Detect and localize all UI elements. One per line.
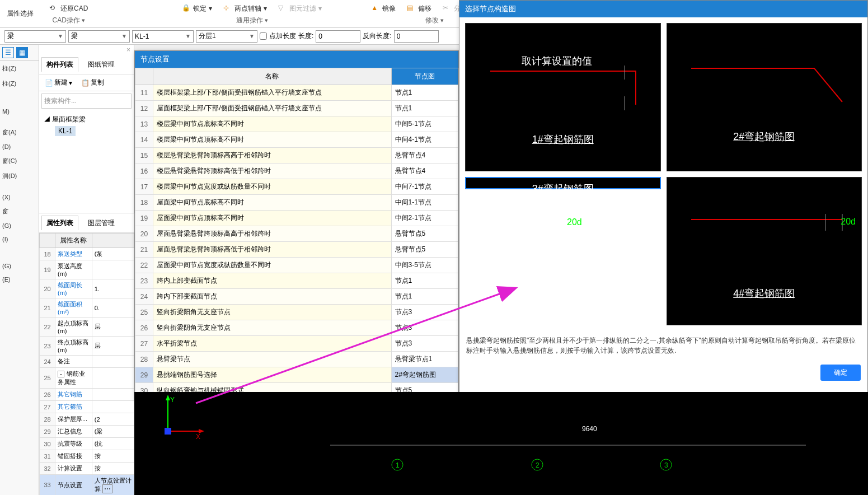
left-catalog-item[interactable]: (E) <box>0 273 39 286</box>
left-catalog: ☰ ▦ 柱(Z)柱(Z)M)窗(A)(D)窗(C)洞(D)(X)窗(G)(I)(… <box>0 45 39 495</box>
property-row[interactable]: 32计算设置按 <box>40 463 134 475</box>
list-view-icon[interactable]: ☰ <box>2 47 14 58</box>
property-row[interactable]: 18泵送类型(泵 <box>40 248 134 260</box>
add-length-label: 点加长度 <box>269 31 296 41</box>
node-col-name: 名称 <box>153 68 392 85</box>
diagram-option-3[interactable]: 20d 3#弯起钢筋图 <box>465 177 661 189</box>
tab-drawing-mgmt[interactable]: 图纸管理 <box>83 57 120 72</box>
reverse-length-input[interactable] <box>394 30 439 43</box>
search-input[interactable]: 搜索构件... <box>41 94 132 109</box>
cad-ops-label[interactable]: CAD操作 ▾ <box>52 16 85 25</box>
grid-view-icon[interactable]: ▦ <box>16 47 28 58</box>
left-catalog-item[interactable] <box>0 184 39 190</box>
left-catalog-item[interactable]: 窗(C) <box>0 153 39 169</box>
offset-button[interactable]: ▤偏移 <box>405 3 434 15</box>
ok-button[interactable]: 确定 <box>820 365 861 381</box>
tab-layer-mgmt[interactable]: 图层管理 <box>83 216 120 230</box>
diagram-dialog-title: 选择节点构造图 <box>459 1 867 17</box>
node-setting-row[interactable]: 25竖向折梁阳角无支座节点节点3 <box>135 305 458 320</box>
left-catalog-item[interactable]: 窗(A) <box>0 125 39 140</box>
left-catalog-item[interactable]: (X) <box>0 190 39 204</box>
property-row[interactable]: 24备注 <box>40 356 134 368</box>
svg-text:X: X <box>196 433 200 441</box>
left-catalog-item[interactable]: (I) <box>0 232 39 246</box>
close-icon[interactable]: × <box>126 46 130 54</box>
left-catalog-item[interactable] <box>0 253 39 259</box>
node-setting-row[interactable]: 18屋面梁中间节点底标高不同时中间1-1节点 <box>135 195 458 211</box>
diagram-4-label: 4#弯起钢筋图 <box>733 287 795 300</box>
property-row[interactable]: 25-钢筋业务属性 <box>40 368 134 389</box>
left-catalog-item[interactable]: (D) <box>0 140 39 153</box>
diagram-4-text: 20d <box>841 217 856 227</box>
property-row[interactable]: 20截面周长(m)1. <box>40 279 134 298</box>
node-setting-row[interactable]: 17楼层梁中间节点宽度或纵筋数量不同时中间7-1节点 <box>135 179 458 195</box>
node-setting-row[interactable]: 24跨内下部变截面节点节点1 <box>135 289 458 305</box>
modify-label[interactable]: 修改 ▾ <box>425 16 444 25</box>
diagram-option-2[interactable]: 2#弯起钢筋图 <box>667 23 862 171</box>
node-setting-row[interactable]: 14楼层梁中间节点顶标高不同时中间4-1节点 <box>135 132 458 148</box>
left-catalog-item[interactable]: 柱(Z) <box>0 61 39 76</box>
property-row[interactable]: 19泵送高度(m) <box>40 260 134 279</box>
left-catalog-item[interactable]: 洞(D) <box>0 169 39 184</box>
property-row[interactable]: 26其它钢筋 <box>40 389 134 401</box>
prop-select-button[interactable]: 属性选择 <box>4 8 36 20</box>
copy-button[interactable]: 📋复制 <box>78 77 107 88</box>
property-row[interactable]: 22起点顶标高(m)层 <box>40 317 134 337</box>
category-select-2[interactable]: 梁▼ <box>68 30 130 43</box>
left-catalog-item[interactable]: M) <box>0 105 39 118</box>
node-setting-row[interactable]: 21屋面悬臂梁悬臂跨顶标高低于相邻跨时悬臂节点5 <box>135 242 458 258</box>
node-setting-row[interactable]: 15楼层悬臂梁悬臂跨顶标高高于相邻跨时悬臂节点4 <box>135 148 458 164</box>
node-setting-row[interactable]: 13楼层梁中间节点底标高不同时中间5-1节点 <box>135 116 458 132</box>
left-catalog-item[interactable] <box>0 91 39 98</box>
property-row[interactable]: 23终点顶标高(m)层 <box>40 337 134 356</box>
member-select[interactable]: KL-1▼ <box>132 30 194 43</box>
length-input[interactable] <box>316 30 360 43</box>
filter-button[interactable]: ▽图元过滤 ▾ <box>276 3 324 15</box>
node-setting-row[interactable]: 29悬挑端钢筋图号选择2#弯起钢筋图 <box>135 367 458 383</box>
diagram-option-1[interactable]: 取计算设置的值 1#弯起钢筋图 <box>465 23 661 171</box>
property-row[interactable]: 29汇总信息(梁 <box>40 426 134 438</box>
node-setting-row[interactable]: 22屋面梁中间节点宽度或纵筋数量不同时中间3-5节点 <box>135 258 458 273</box>
tab-component-list[interactable]: 构件列表 <box>41 57 78 72</box>
node-setting-row[interactable]: 28悬臂梁节点悬臂梁节点1 <box>135 352 458 367</box>
property-row[interactable]: 21截面面积(m²)0. <box>40 298 134 317</box>
node-setting-row[interactable]: 12屋面框架梁上部/下部/侧面受扭钢筋锚入平行墙支座节点节点1 <box>135 101 458 116</box>
layer-select[interactable]: 分层1▼ <box>196 30 257 43</box>
node-setting-row[interactable]: 27水平折梁节点节点3 <box>135 336 458 352</box>
node-setting-row[interactable]: 16楼层悬臂梁悬臂跨顶标高低于相邻跨时悬臂节点4 <box>135 164 458 179</box>
category-select-1[interactable]: 梁▼ <box>4 30 66 43</box>
node-setting-row[interactable]: 26竖向折梁阴角无支座节点节点3 <box>135 320 458 336</box>
common-ops-label[interactable]: 通用操作 ▾ <box>236 16 268 25</box>
chevron-down-icon: ▼ <box>58 33 63 39</box>
node-setting-row[interactable]: 20屋面悬臂梁悬臂跨顶标高高于相邻跨时悬臂节点5 <box>135 226 458 242</box>
left-catalog-item[interactable]: (G) <box>0 219 39 232</box>
node-setting-row[interactable]: 23跨内上部变截面节点节点1 <box>135 273 458 289</box>
property-row[interactable]: 31锚固搭接按 <box>40 450 134 463</box>
property-row[interactable]: 30抗震等级(抗 <box>40 438 134 450</box>
property-row[interactable]: 33节点设置人节点设置计算 ⋯ <box>40 475 134 496</box>
node-setting-row[interactable]: 19屋面梁中间节点顶标高不同时中间2-1节点 <box>135 211 458 226</box>
diagram-option-4[interactable]: 20d 4#弯起钢筋图 <box>667 177 862 325</box>
property-row[interactable]: 27其它箍筋 <box>40 401 134 413</box>
left-catalog-item[interactable]: 窗 <box>0 204 39 219</box>
diagram-description: 悬挑梁弯起钢筋按照"至少两根且并不少于第一排纵筋的二分之一,其余纵筋弯下"的原则… <box>459 331 867 360</box>
left-catalog-item[interactable] <box>0 246 39 253</box>
property-row[interactable]: 28保护层厚...(2 <box>40 413 134 426</box>
left-catalog-item[interactable]: 柱(Z) <box>0 76 39 91</box>
restore-cad-button[interactable]: ⟲还原CAD <box>47 3 90 15</box>
tree-item-kl1[interactable]: KL-1 <box>55 126 76 136</box>
tree-root[interactable]: ◢ 屋面框架梁 <box>44 113 129 126</box>
add-length-checkbox[interactable] <box>260 32 267 40</box>
drawing-canvas[interactable]: Y X 9640 1 2 3 <box>134 392 868 495</box>
svg-text:2: 2 <box>536 461 539 469</box>
mirror-button[interactable]: ▲镜像 <box>369 3 398 15</box>
lock-button[interactable]: 🔒锁定 ▾ <box>180 3 214 15</box>
svg-text:Y: Y <box>170 396 175 404</box>
left-catalog-item[interactable]: (G) <box>0 259 39 273</box>
left-catalog-item[interactable] <box>0 98 39 105</box>
left-catalog-item[interactable] <box>0 118 39 125</box>
new-button[interactable]: 📄新建 ▾ <box>41 77 76 88</box>
two-point-button[interactable]: ⊹两点辅轴 ▾ <box>221 3 269 15</box>
node-setting-row[interactable]: 11楼层框架梁上部/下部/侧面受扭钢筋锚入平行墙支座节点节点1 <box>135 85 458 101</box>
tab-property-list[interactable]: 属性列表 <box>41 216 78 230</box>
